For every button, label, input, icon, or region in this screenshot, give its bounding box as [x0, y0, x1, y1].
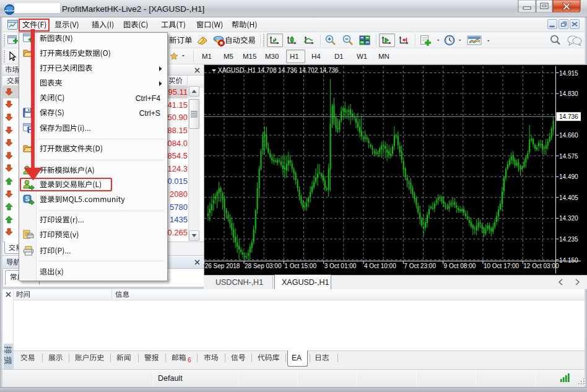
svg-text:XAGUSD-,H1 14.708 14.736 14.7: XAGUSD-,H1 14.708 14.736 14.702 14.736	[218, 67, 339, 74]
svg-text:26 Sep 2018: 26 Sep 2018	[205, 263, 240, 269]
svg-text:14.830: 14.830	[559, 90, 578, 97]
svg-text:1 Oct 15:00: 1 Oct 15:00	[284, 263, 316, 269]
svg-text:12 Oct 03:00: 12 Oct 03:00	[523, 263, 559, 269]
svg-text:14.736: 14.736	[559, 113, 578, 120]
svg-text:14.150: 14.150	[559, 257, 578, 264]
svg-text:14.235: 14.235	[559, 236, 578, 243]
svg-text:10 Oct 17:00: 10 Oct 17:00	[484, 263, 520, 269]
svg-text:14.575: 14.575	[559, 153, 578, 160]
svg-text:14.320: 14.320	[559, 215, 578, 222]
svg-text:14.405: 14.405	[559, 194, 578, 201]
svg-text:14.490: 14.490	[559, 173, 578, 180]
svg-text:28 Sep 03:00: 28 Sep 03:00	[245, 263, 282, 269]
svg-text:3 Oct 01:00: 3 Oct 01:00	[324, 263, 357, 269]
svg-text:14.660: 14.660	[559, 132, 578, 139]
svg-text:9 Oct 08:00: 9 Oct 08:00	[444, 263, 476, 269]
svg-text:7 Oct 23:00: 7 Oct 23:00	[404, 263, 436, 269]
svg-text:14.915: 14.915	[559, 70, 578, 77]
svg-text:4 Oct 10:00: 4 Oct 10:00	[364, 263, 396, 269]
